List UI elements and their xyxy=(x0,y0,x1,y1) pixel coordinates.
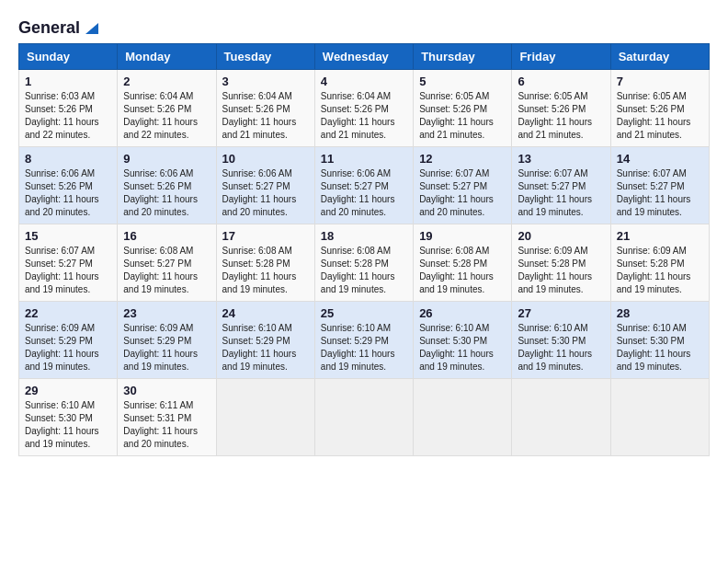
calendar-header-friday: Friday xyxy=(512,44,610,70)
day-info: Sunrise: 6:08 AM Sunset: 5:28 PM Dayligh… xyxy=(222,245,309,296)
day-number: 26 xyxy=(419,306,506,320)
day-info: Sunrise: 6:10 AM Sunset: 5:30 PM Dayligh… xyxy=(518,322,604,373)
day-number: 29 xyxy=(25,384,111,397)
day-number: 22 xyxy=(25,306,111,320)
calendar-cell: 21Sunrise: 6:09 AM Sunset: 5:28 PM Dayli… xyxy=(610,224,709,302)
calendar-cell: 2Sunrise: 6:04 AM Sunset: 5:26 PM Daylig… xyxy=(118,70,216,147)
calendar-cell: 11Sunrise: 6:06 AM Sunset: 5:27 PM Dayli… xyxy=(314,147,413,224)
day-info: Sunrise: 6:04 AM Sunset: 5:26 PM Dayligh… xyxy=(321,90,407,142)
calendar-header-sunday: Sunday xyxy=(19,44,118,70)
calendar-cell: 10Sunrise: 6:06 AM Sunset: 5:27 PM Dayli… xyxy=(216,147,314,224)
logo-general: General xyxy=(18,18,80,38)
calendar-cell xyxy=(414,379,512,456)
calendar-header-thursday: Thursday xyxy=(414,44,512,70)
day-number: 27 xyxy=(518,306,604,320)
calendar-week-4: 22Sunrise: 6:09 AM Sunset: 5:29 PM Dayli… xyxy=(19,302,710,379)
day-number: 19 xyxy=(419,229,506,243)
logo-triangle-icon xyxy=(82,19,102,36)
calendar-cell: 23Sunrise: 6:09 AM Sunset: 5:29 PM Dayli… xyxy=(118,302,216,379)
calendar-header-wednesday: Wednesday xyxy=(314,44,413,70)
day-number: 23 xyxy=(123,306,210,320)
day-number: 16 xyxy=(123,229,210,243)
day-info: Sunrise: 6:08 AM Sunset: 5:28 PM Dayligh… xyxy=(419,245,506,296)
calendar-cell: 25Sunrise: 6:10 AM Sunset: 5:29 PM Dayli… xyxy=(314,302,413,379)
calendar-cell: 12Sunrise: 6:07 AM Sunset: 5:27 PM Dayli… xyxy=(414,147,512,224)
day-info: Sunrise: 6:04 AM Sunset: 5:26 PM Dayligh… xyxy=(222,90,309,142)
day-info: Sunrise: 6:06 AM Sunset: 5:26 PM Dayligh… xyxy=(25,167,111,219)
calendar-header-row: SundayMondayTuesdayWednesdayThursdayFrid… xyxy=(19,44,710,70)
day-number: 15 xyxy=(25,229,111,243)
day-number: 4 xyxy=(321,75,407,88)
svg-marker-0 xyxy=(85,23,98,34)
calendar-cell: 6Sunrise: 6:05 AM Sunset: 5:26 PM Daylig… xyxy=(512,70,610,147)
day-number: 20 xyxy=(518,229,604,243)
calendar-header-tuesday: Tuesday xyxy=(216,44,314,70)
day-info: Sunrise: 6:10 AM Sunset: 5:29 PM Dayligh… xyxy=(321,322,407,373)
day-info: Sunrise: 6:09 AM Sunset: 5:29 PM Dayligh… xyxy=(25,322,111,373)
calendar-cell: 8Sunrise: 6:06 AM Sunset: 5:26 PM Daylig… xyxy=(19,147,118,224)
calendar-cell: 22Sunrise: 6:09 AM Sunset: 5:29 PM Dayli… xyxy=(19,302,118,379)
calendar-week-2: 8Sunrise: 6:06 AM Sunset: 5:26 PM Daylig… xyxy=(19,147,710,224)
calendar-cell: 20Sunrise: 6:09 AM Sunset: 5:28 PM Dayli… xyxy=(512,224,610,302)
calendar-header-saturday: Saturday xyxy=(610,44,709,70)
calendar-cell: 30Sunrise: 6:11 AM Sunset: 5:31 PM Dayli… xyxy=(118,379,216,456)
day-info: Sunrise: 6:10 AM Sunset: 5:30 PM Dayligh… xyxy=(25,399,111,451)
day-info: Sunrise: 6:08 AM Sunset: 5:27 PM Dayligh… xyxy=(123,245,210,296)
calendar-cell: 5Sunrise: 6:05 AM Sunset: 5:26 PM Daylig… xyxy=(414,70,512,147)
day-number: 21 xyxy=(617,229,703,243)
day-number: 12 xyxy=(419,152,506,166)
day-info: Sunrise: 6:05 AM Sunset: 5:26 PM Dayligh… xyxy=(518,90,604,142)
calendar-cell xyxy=(610,379,709,456)
day-info: Sunrise: 6:10 AM Sunset: 5:30 PM Dayligh… xyxy=(617,322,703,373)
day-info: Sunrise: 6:05 AM Sunset: 5:26 PM Dayligh… xyxy=(419,90,506,142)
page-header: General xyxy=(18,18,710,34)
calendar-cell: 28Sunrise: 6:10 AM Sunset: 5:30 PM Dayli… xyxy=(610,302,709,379)
day-info: Sunrise: 6:11 AM Sunset: 5:31 PM Dayligh… xyxy=(123,399,210,451)
day-number: 28 xyxy=(617,306,703,320)
day-number: 17 xyxy=(222,229,309,243)
calendar-cell: 19Sunrise: 6:08 AM Sunset: 5:28 PM Dayli… xyxy=(414,224,512,302)
calendar-header-monday: Monday xyxy=(118,44,216,70)
day-number: 5 xyxy=(419,75,506,88)
calendar-week-3: 15Sunrise: 6:07 AM Sunset: 5:27 PM Dayli… xyxy=(19,224,710,302)
day-number: 24 xyxy=(222,306,309,320)
calendar-cell xyxy=(216,379,314,456)
day-number: 1 xyxy=(25,75,111,88)
day-info: Sunrise: 6:03 AM Sunset: 5:26 PM Dayligh… xyxy=(25,90,111,142)
day-info: Sunrise: 6:05 AM Sunset: 5:26 PM Dayligh… xyxy=(617,90,703,142)
day-info: Sunrise: 6:07 AM Sunset: 5:27 PM Dayligh… xyxy=(25,245,111,296)
calendar-cell: 3Sunrise: 6:04 AM Sunset: 5:26 PM Daylig… xyxy=(216,70,314,147)
calendar-cell xyxy=(314,379,413,456)
day-info: Sunrise: 6:07 AM Sunset: 5:27 PM Dayligh… xyxy=(518,167,604,219)
calendar-cell: 18Sunrise: 6:08 AM Sunset: 5:28 PM Dayli… xyxy=(314,224,413,302)
day-number: 11 xyxy=(321,152,407,166)
day-info: Sunrise: 6:06 AM Sunset: 5:27 PM Dayligh… xyxy=(321,167,407,219)
day-info: Sunrise: 6:09 AM Sunset: 5:29 PM Dayligh… xyxy=(123,322,210,373)
calendar-cell: 27Sunrise: 6:10 AM Sunset: 5:30 PM Dayli… xyxy=(512,302,610,379)
calendar-table: SundayMondayTuesdayWednesdayThursdayFrid… xyxy=(18,43,710,456)
calendar-cell: 17Sunrise: 6:08 AM Sunset: 5:28 PM Dayli… xyxy=(216,224,314,302)
calendar-cell: 7Sunrise: 6:05 AM Sunset: 5:26 PM Daylig… xyxy=(610,70,709,147)
logo: General xyxy=(18,18,102,34)
day-number: 8 xyxy=(25,152,111,166)
day-info: Sunrise: 6:07 AM Sunset: 5:27 PM Dayligh… xyxy=(617,167,703,219)
calendar-cell: 1Sunrise: 6:03 AM Sunset: 5:26 PM Daylig… xyxy=(19,70,118,147)
day-info: Sunrise: 6:10 AM Sunset: 5:30 PM Dayligh… xyxy=(419,322,506,373)
day-info: Sunrise: 6:09 AM Sunset: 5:28 PM Dayligh… xyxy=(617,245,703,296)
calendar-cell: 9Sunrise: 6:06 AM Sunset: 5:26 PM Daylig… xyxy=(118,147,216,224)
day-number: 10 xyxy=(222,152,309,166)
day-info: Sunrise: 6:10 AM Sunset: 5:29 PM Dayligh… xyxy=(222,322,309,373)
day-info: Sunrise: 6:04 AM Sunset: 5:26 PM Dayligh… xyxy=(123,90,210,142)
day-info: Sunrise: 6:06 AM Sunset: 5:26 PM Dayligh… xyxy=(123,167,210,219)
day-number: 13 xyxy=(518,152,604,166)
day-info: Sunrise: 6:06 AM Sunset: 5:27 PM Dayligh… xyxy=(222,167,309,219)
calendar-cell: 14Sunrise: 6:07 AM Sunset: 5:27 PM Dayli… xyxy=(610,147,709,224)
day-info: Sunrise: 6:08 AM Sunset: 5:28 PM Dayligh… xyxy=(321,245,407,296)
calendar-cell xyxy=(512,379,610,456)
calendar-week-5: 29Sunrise: 6:10 AM Sunset: 5:30 PM Dayli… xyxy=(19,379,710,456)
calendar-cell: 15Sunrise: 6:07 AM Sunset: 5:27 PM Dayli… xyxy=(19,224,118,302)
calendar-cell: 29Sunrise: 6:10 AM Sunset: 5:30 PM Dayli… xyxy=(19,379,118,456)
calendar-cell: 13Sunrise: 6:07 AM Sunset: 5:27 PM Dayli… xyxy=(512,147,610,224)
day-info: Sunrise: 6:07 AM Sunset: 5:27 PM Dayligh… xyxy=(419,167,506,219)
day-number: 2 xyxy=(123,75,210,88)
